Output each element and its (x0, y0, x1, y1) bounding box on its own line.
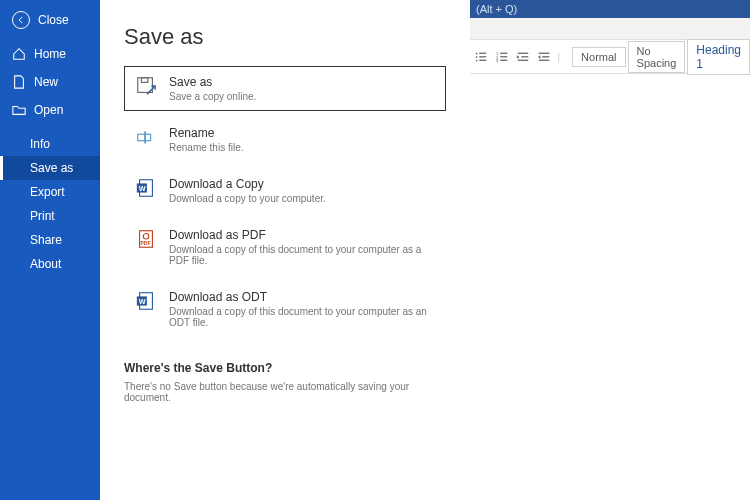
nav-print[interactable]: Print (0, 204, 100, 228)
nav-home[interactable]: Home (0, 40, 100, 68)
nav-info[interactable]: Info (0, 132, 100, 156)
save-note: Where's the Save Button? There's no Save… (124, 361, 446, 403)
svg-rect-5 (480, 59, 487, 60)
svg-rect-15 (539, 52, 550, 53)
svg-point-0 (476, 52, 478, 54)
option-title: Rename (169, 126, 243, 140)
style-heading1[interactable]: Heading 1 (687, 39, 750, 75)
nav-export[interactable]: Export (0, 180, 100, 204)
svg-rect-14 (518, 59, 529, 60)
svg-rect-6 (500, 52, 507, 53)
app-titlebar: (Alt + Q) (470, 0, 750, 18)
increase-indent-icon[interactable] (536, 48, 551, 66)
ribbon-toolbar: 123 | Normal No Spacing Heading 1 (470, 40, 750, 74)
close-button[interactable]: Close (0, 0, 100, 40)
svg-rect-7 (500, 56, 507, 57)
odt-file-icon: W (135, 290, 157, 312)
svg-rect-1 (480, 52, 487, 53)
rename-icon (135, 126, 157, 148)
nav-about[interactable]: About (0, 252, 100, 276)
svg-rect-13 (521, 56, 528, 57)
nav-label: Print (30, 209, 55, 223)
nav-label: Open (34, 103, 63, 117)
option-save-as[interactable]: Save as Save a copy online. (124, 66, 446, 111)
back-arrow-icon (12, 11, 30, 29)
svg-rect-3 (480, 56, 487, 57)
nav-new[interactable]: New (0, 68, 100, 96)
nav-open[interactable]: Open (0, 96, 100, 124)
nav-label: New (34, 75, 58, 89)
new-file-icon (12, 75, 26, 89)
svg-rect-12 (518, 52, 529, 53)
svg-text:PDF: PDF (141, 240, 151, 246)
home-icon (12, 47, 26, 61)
nav-share[interactable]: Share (0, 228, 100, 252)
svg-rect-16 (542, 56, 549, 57)
nav-save-as[interactable]: Save as (0, 156, 100, 180)
option-title: Download as PDF (169, 228, 435, 242)
option-desc: Rename this file. (169, 142, 243, 153)
svg-rect-17 (539, 59, 550, 60)
option-desc: Download a copy to your computer. (169, 193, 326, 204)
decrease-indent-icon[interactable] (516, 48, 531, 66)
svg-point-2 (476, 56, 478, 58)
svg-text:3: 3 (496, 58, 499, 63)
option-title: Download a Copy (169, 177, 326, 191)
save-as-panel: Save as Save as Save a copy online. Rena… (100, 0, 470, 500)
option-title: Download as ODT (169, 290, 435, 304)
style-gallery[interactable]: Normal No Spacing Heading 1 (572, 39, 750, 75)
option-desc: Save a copy online. (169, 91, 256, 102)
open-folder-icon (12, 103, 26, 117)
svg-text:W: W (139, 184, 146, 193)
style-no-spacing[interactable]: No Spacing (628, 41, 686, 73)
search-hint: (Alt + Q) (476, 3, 517, 15)
nav-label: Info (30, 137, 50, 151)
save-as-icon (135, 75, 157, 97)
svg-rect-8 (500, 59, 507, 60)
page-title: Save as (124, 24, 446, 50)
numbering-icon[interactable]: 123 (495, 48, 510, 66)
svg-text:W: W (139, 297, 146, 306)
style-normal[interactable]: Normal (572, 47, 625, 67)
word-file-icon: W (135, 177, 157, 199)
nav-label: Home (34, 47, 66, 61)
nav-label: Export (30, 185, 65, 199)
option-download-odt[interactable]: W Download as ODT Download a copy of thi… (124, 281, 446, 337)
svg-rect-21 (144, 132, 146, 144)
file-menu-sidebar: Close Home New Open Info Save as (0, 0, 100, 500)
nav-label: Save as (30, 161, 73, 175)
option-desc: Download a copy of this document to your… (169, 306, 435, 328)
pdf-file-icon: PDF (135, 228, 157, 250)
option-download-copy[interactable]: W Download a Copy Download a copy to you… (124, 168, 446, 213)
note-body: There's no Save button because we're aut… (124, 381, 446, 403)
ribbon-tabs (470, 18, 750, 40)
nav-label: About (30, 257, 61, 271)
close-label: Close (38, 13, 69, 27)
document-area (470, 0, 750, 500)
note-heading: Where's the Save Button? (124, 361, 446, 375)
option-title: Save as (169, 75, 256, 89)
svg-point-4 (476, 59, 478, 61)
option-download-pdf[interactable]: PDF Download as PDF Download a copy of t… (124, 219, 446, 275)
svg-rect-19 (141, 78, 147, 83)
nav-label: Share (30, 233, 62, 247)
svg-rect-20 (138, 134, 151, 140)
option-rename[interactable]: Rename Rename this file. (124, 117, 446, 162)
bullets-icon[interactable] (474, 48, 489, 66)
option-desc: Download a copy of this document to your… (169, 244, 435, 266)
